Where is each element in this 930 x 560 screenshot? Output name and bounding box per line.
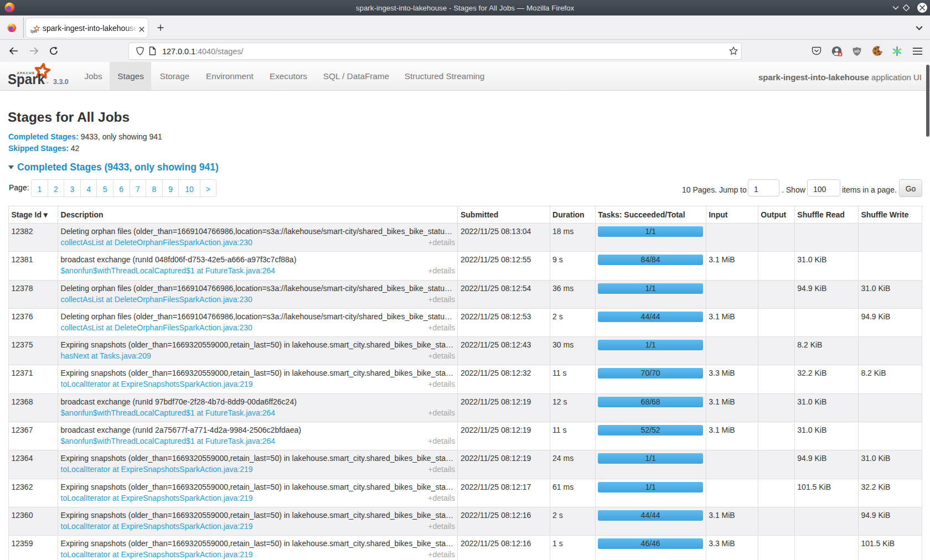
svg-text:Spark: Spark <box>8 71 45 87</box>
svg-text:uO: uO <box>854 49 859 53</box>
svg-text:TM: TM <box>46 82 49 84</box>
